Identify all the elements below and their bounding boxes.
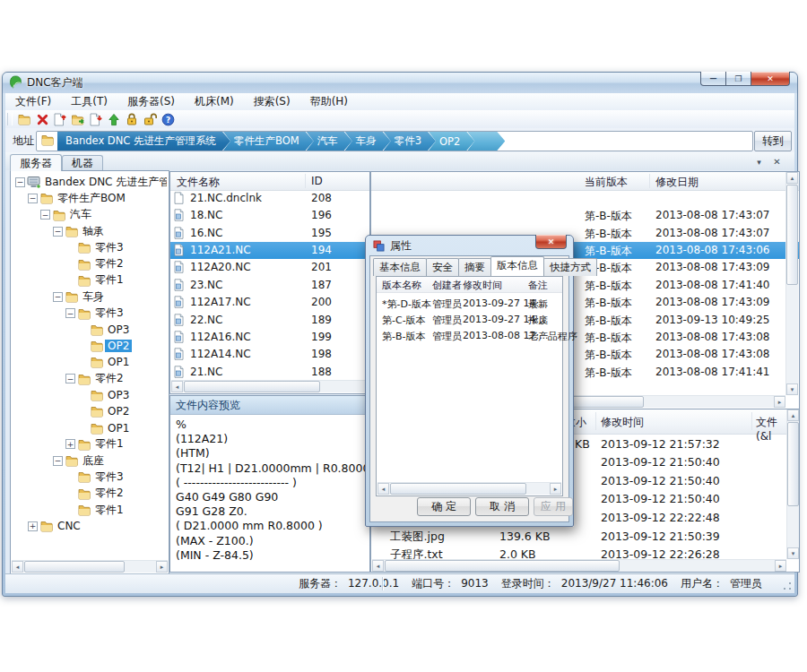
table-row[interactable] [371,190,799,207]
dialog-tab-快捷方式[interactable]: 快捷方式 [543,258,597,276]
version-list-header[interactable]: 当前版本 修改日期 [371,172,799,191]
menu-item-3[interactable]: 服务器(S) [117,93,185,110]
checkout-file-icon[interactable] [87,111,105,127]
tree-item-零件2[interactable]: −零件2 [13,371,167,387]
column-version-name[interactable]: 版本名称 [382,279,421,292]
lock-icon[interactable] [123,111,141,127]
expand-icon[interactable]: + [28,521,38,531]
dialog-hscroll-thumb[interactable] [390,483,526,495]
tree-item-OP1[interactable]: OP1 [13,419,167,435]
menu-item-2[interactable]: 工具(T) [61,93,117,110]
close-button[interactable] [751,72,790,86]
dialog-close-button[interactable] [535,235,567,249]
tab-机器[interactable]: 机器 [62,155,103,171]
tree-item-OP1[interactable]: OP1 [13,354,167,370]
table-row[interactable]: 112A20.NC201 [170,259,369,276]
tree-item-零件1[interactable]: 零件1 [13,272,167,289]
scroll-down-icon[interactable] [786,383,798,395]
dialog-hscrollbar[interactable] [377,482,561,495]
table-row[interactable]: 18.NC196 [170,207,369,224]
scroll-left-icon[interactable] [12,561,23,573]
column-modify-time[interactable]: 修改时间 [463,279,502,292]
tree-item-汽车[interactable]: −汽车 [13,207,167,223]
collapse-icon[interactable]: − [65,374,75,383]
tab-服务器[interactable]: 服务器 [10,154,62,171]
expand-icon[interactable]: + [65,439,75,449]
column-creator[interactable]: 创建者 [432,279,462,292]
table-row[interactable]: 第-C-版本管理员2013-09-27 14:...报废 [377,312,562,328]
column-divider[interactable] [751,412,752,430]
tree-item-OP3[interactable]: OP3 [13,322,167,338]
tree-item-轴承[interactable]: −轴承 [13,223,167,239]
checkin-file-icon[interactable] [51,111,69,127]
table-row[interactable]: 23.NC187 [170,277,369,294]
chevron-down-icon[interactable] [752,156,766,168]
column-file-name[interactable]: 文件名称 [177,175,220,190]
table-row[interactable]: 21.NC.dnclnk208 [170,190,369,207]
table-row[interactable]: 第-B-版本2013-08-08 17:43:07 [371,207,799,224]
table-row[interactable]: 112A21.NC194 [170,242,369,259]
tree-item-车身[interactable]: −车身 [13,289,167,305]
tree-item-OP2[interactable]: OP2 [13,403,167,419]
attach-vscrollbar[interactable] [786,409,799,559]
maximize-button[interactable] [726,72,751,86]
upload-icon[interactable] [105,111,123,127]
tree-item-零件3[interactable]: −零件3 [13,305,167,321]
scroll-right-icon[interactable] [774,396,785,408]
table-row[interactable]: 第-B-版本管理员2013-08-08 17:...老产品程序 [377,328,562,344]
dialog-tab-基本信息[interactable]: 基本信息 [373,258,427,276]
table-row[interactable]: 21.NC188 [170,364,369,381]
table-row[interactable]: 22.NC189 [170,312,369,329]
collapse-icon[interactable]: − [53,292,63,302]
tree-item-零件1[interactable]: 零件1 [13,502,167,518]
table-row[interactable]: 112A14.NC198 [170,346,369,363]
table-row[interactable]: 工装图.jpg139.6 KB2013-09-12 21:50:39 [371,528,786,547]
cancel-button[interactable]: 取 消 [475,497,529,516]
delete-icon[interactable] [33,111,51,127]
send-folder-icon[interactable] [69,111,87,127]
collapse-icon[interactable]: − [65,308,75,318]
attach-hscroll-thumb[interactable] [385,560,620,572]
tree-item-零件3[interactable]: 零件3 [13,469,167,485]
breadcrumb-segment[interactable]: Bandex DNC 先进生产管理系统 [57,132,230,151]
tree-item-零件生产BOM[interactable]: −零件生产BOM [13,190,167,206]
dialog-tab-版本信息[interactable]: 版本信息 [490,256,544,276]
menu-item-5[interactable]: 搜索(S) [244,93,300,110]
column-divider[interactable] [305,174,306,188]
tree-item-底座[interactable]: −底座 [13,452,167,469]
scroll-right-icon[interactable] [775,560,786,572]
version-vscrollbar[interactable] [785,172,798,395]
scroll-right-icon[interactable] [550,483,561,495]
column-time[interactable]: 修改时间 [601,415,644,430]
menu-item-1[interactable]: 文件(F) [5,93,61,110]
scroll-left-icon[interactable] [171,381,183,392]
go-button[interactable]: 转到 [754,131,792,151]
file-hscroll-thumb[interactable] [184,381,320,392]
dialog-title-bar[interactable]: 属性 [366,236,573,255]
new-folder-icon[interactable] [15,111,33,127]
menu-item-6[interactable]: 帮助(H) [300,93,358,110]
version-vscroll-thumb[interactable] [786,185,798,285]
dialog-tab-摘要[interactable]: 摘要 [458,258,491,276]
menu-item-4[interactable]: 机床(M) [185,93,244,110]
column-current-version[interactable]: 当前版本 [585,175,628,190]
column-file-id[interactable]: ID [311,175,323,187]
table-row[interactable]: 112A17.NC200 [170,294,369,311]
tree-item-零件3[interactable]: 零件3 [13,239,167,255]
file-list-header[interactable]: 文件名称 ID [170,172,369,191]
tree-item-零件2[interactable]: 零件2 [13,486,167,502]
tree-item-Bandex DNC 先进生产管理系统[interactable]: −Bandex DNC 先进生产管理系统 [13,174,167,190]
close-icon[interactable] [770,156,784,168]
breadcrumb-segment[interactable]: 零件生产BOM [223,132,314,151]
tree-item-CNC[interactable]: +CNC [13,518,167,534]
tree-hscroll-thumb[interactable] [24,561,125,573]
attach-vscroll-thumb[interactable] [787,422,799,506]
collapse-icon[interactable]: − [40,210,50,220]
help-icon[interactable]: ? [159,111,177,127]
column-note[interactable]: 备注 [528,279,548,292]
unlock-icon[interactable] [141,111,159,127]
scroll-right-icon[interactable] [156,561,168,573]
scroll-left-icon[interactable] [377,483,389,495]
collapse-icon[interactable]: − [15,177,25,187]
column-divider[interactable] [595,412,596,430]
